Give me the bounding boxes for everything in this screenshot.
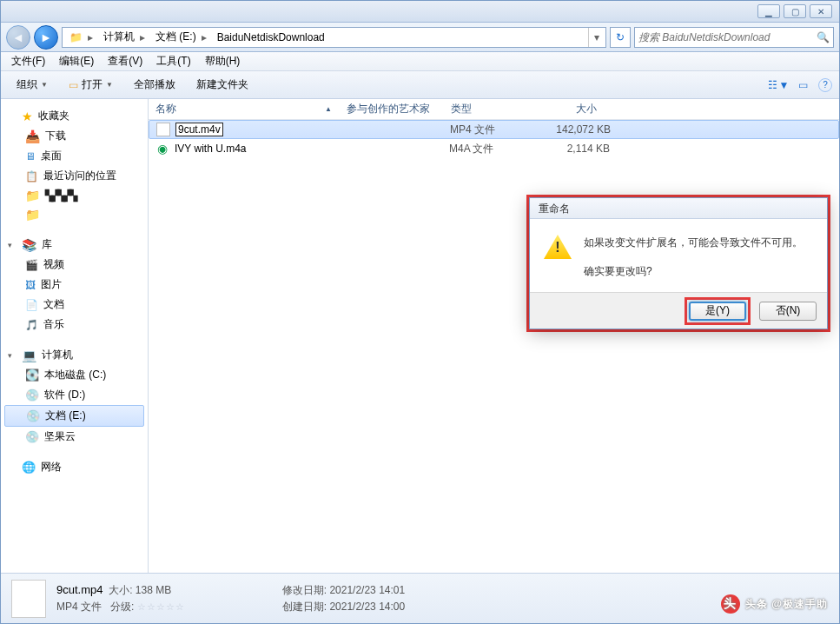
maximize-button[interactable]: ▢	[784, 4, 806, 18]
column-type[interactable]: 类型	[444, 102, 544, 116]
search-box[interactable]: 🔍	[634, 27, 834, 48]
sidebar-item-videos[interactable]: 🎬视频	[1, 255, 148, 275]
watermark-logo-icon: 头	[721, 594, 740, 614]
file-icon: ◉	[155, 142, 169, 156]
sidebar-item-drive-d[interactable]: 💿软件 (D:)	[1, 385, 148, 405]
navigation-sidebar: ★收藏夹 📥下载 🖥桌面 📋最近访问的位置 📁▚▞▚▞▚ 📁 ▾📚库 🎬视频 🖼…	[1, 99, 149, 573]
breadcrumb-computer[interactable]: 计算机 ▸	[98, 30, 150, 44]
close-button[interactable]: ✕	[810, 4, 832, 18]
rename-input[interactable]: 9cut.m4v	[175, 123, 223, 136]
menu-tools[interactable]: 工具(T)	[149, 54, 197, 69]
sidebar-item-downloads[interactable]: 📥下载	[1, 126, 148, 146]
status-bar: 9cut.mp4 大小: 138 MB MP4 文件 分级: ☆☆☆☆☆ 修改日…	[1, 573, 839, 623]
breadcrumb-folder[interactable]: BaiduNetdiskDownload	[212, 31, 330, 43]
sidebar-item-obscured-2[interactable]: 📁	[1, 205, 148, 224]
column-headers: 名称▲ 参与创作的艺术家 类型 大小	[149, 99, 839, 120]
breadcrumb-dropdown[interactable]: ▾	[588, 28, 604, 47]
play-all-button[interactable]: 全部播放	[125, 74, 184, 96]
sidebar-item-documents[interactable]: 📄文档	[1, 295, 148, 315]
sidebar-item-pictures[interactable]: 🖼图片	[1, 275, 148, 295]
sidebar-libraries[interactable]: ▾📚库	[1, 235, 148, 255]
toolbar: 组织 ▼ ▭ 打开 ▼ 全部播放 新建文件夹 ☷ ▼ ▭ ?	[1, 71, 839, 99]
yes-button[interactable]: 是(Y)	[689, 302, 746, 321]
file-name: IVY with U.m4a	[175, 143, 345, 155]
sidebar-favorites[interactable]: ★收藏夹	[1, 106, 148, 126]
no-button[interactable]: 否(N)	[759, 302, 817, 321]
titlebar: ▁ ▢ ✕	[1, 1, 839, 23]
sidebar-computer[interactable]: ▾💻计算机	[1, 345, 148, 365]
minimize-button[interactable]: ▁	[757, 4, 780, 18]
menu-file[interactable]: 文件(F)	[4, 54, 52, 69]
sidebar-item-desktop[interactable]: 🖥桌面	[1, 146, 148, 166]
file-area: 名称▲ 参与创作的艺术家 类型 大小 9cut.m4v MP4 文件 142,0…	[149, 99, 839, 573]
file-icon	[156, 123, 170, 136]
address-bar: ◄ ► 📁 ▸ 计算机 ▸ 文档 (E:) ▸ BaiduNetdiskDown…	[1, 23, 839, 52]
nav-back-button[interactable]: ◄	[6, 25, 30, 50]
file-type: MP4 文件	[450, 123, 550, 137]
help-button[interactable]: ?	[818, 78, 832, 92]
sidebar-item-music[interactable]: 🎵音乐	[1, 315, 148, 335]
sidebar-item-recent[interactable]: 📋最近访问的位置	[1, 166, 148, 186]
file-size: 142,072 KB	[550, 123, 611, 136]
file-row[interactable]: ◉ IVY with U.m4a M4A 文件 2,114 KB	[149, 139, 839, 158]
status-filename: 9cut.mp4	[56, 583, 103, 596]
watermark: 头 头条 @极速手助	[721, 594, 828, 614]
breadcrumb-drive[interactable]: 文档 (E:) ▸	[150, 30, 212, 44]
sidebar-item-obscured-1[interactable]: 📁▚▞▚▞▚	[1, 186, 148, 205]
sidebar-network[interactable]: 🌐网络	[1, 457, 148, 477]
status-thumbnail	[11, 580, 46, 618]
yes-button-highlight: 是(Y)	[685, 297, 751, 325]
menu-edit[interactable]: 编辑(E)	[52, 54, 101, 69]
organize-button[interactable]: 组织 ▼	[8, 74, 56, 96]
dialog-highlight: 重命名 如果改变文件扩展名，可能会导致文件不可用。 确实要更改吗? 是(Y) 否…	[526, 195, 830, 332]
main-area: ★收藏夹 📥下载 🖥桌面 📋最近访问的位置 📁▚▞▚▞▚ 📁 ▾📚库 🎬视频 🖼…	[1, 99, 839, 573]
file-row[interactable]: 9cut.m4v MP4 文件 142,072 KB	[149, 120, 839, 139]
open-button[interactable]: ▭ 打开 ▼	[60, 74, 122, 96]
search-icon[interactable]: 🔍	[817, 31, 830, 43]
search-input[interactable]	[638, 31, 817, 43]
column-size[interactable]: 大小	[544, 102, 605, 116]
column-name[interactable]: 名称▲	[149, 102, 340, 116]
dialog-message: 如果改变文件扩展名，可能会导致文件不可用。 确实要更改吗?	[584, 235, 813, 280]
menu-view[interactable]: 查看(V)	[101, 54, 149, 69]
sidebar-item-drive-c[interactable]: 💽本地磁盘 (C:)	[1, 365, 148, 385]
menubar: 文件(F) 编辑(E) 查看(V) 工具(T) 帮助(H)	[1, 52, 839, 71]
sort-indicator-icon: ▲	[325, 105, 332, 113]
column-artist[interactable]: 参与创作的艺术家	[340, 102, 444, 116]
rating-stars[interactable]: ☆☆☆☆☆	[137, 601, 185, 612]
warning-icon	[544, 235, 572, 259]
file-size: 2,114 KB	[549, 143, 610, 155]
sidebar-item-drive-e[interactable]: 💿文档 (E:)	[4, 405, 144, 427]
refresh-button[interactable]: ↻	[610, 27, 631, 48]
file-type: M4A 文件	[449, 142, 549, 156]
menu-help[interactable]: 帮助(H)	[198, 54, 248, 69]
file-list: 9cut.m4v MP4 文件 142,072 KB ◉ IVY with U.…	[149, 120, 839, 573]
dialog-title: 重命名	[530, 198, 827, 219]
nav-forward-button[interactable]: ►	[34, 25, 58, 50]
new-folder-button[interactable]: 新建文件夹	[188, 74, 257, 96]
breadcrumb-root-icon[interactable]: 📁 ▸	[64, 31, 98, 43]
view-mode-button[interactable]: ☷ ▼	[770, 76, 787, 94]
sidebar-item-nutcloud[interactable]: 💿坚果云	[1, 427, 148, 447]
rename-dialog: 重命名 如果改变文件扩展名，可能会导致文件不可用。 确实要更改吗? 是(Y) 否…	[529, 197, 828, 329]
preview-pane-button[interactable]: ▭	[794, 76, 811, 94]
breadcrumb[interactable]: 📁 ▸ 计算机 ▸ 文档 (E:) ▸ BaiduNetdiskDownload…	[62, 27, 606, 48]
